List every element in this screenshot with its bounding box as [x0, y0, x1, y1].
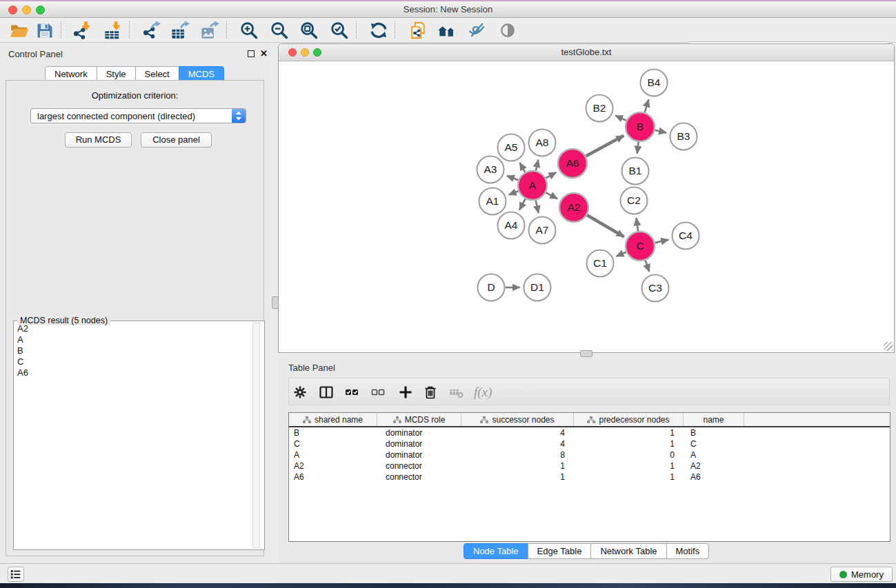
mcds-result-item[interactable]: A2: [14, 323, 253, 334]
network-close-button[interactable]: [288, 48, 297, 57]
run-mcds-button[interactable]: Run MCDS: [65, 132, 132, 148]
tab-node-table[interactable]: Node Table: [464, 543, 528, 559]
cell-shared-name[interactable]: A2: [289, 460, 377, 472]
mcds-result-item[interactable]: B: [14, 345, 253, 356]
import-network-icon[interactable]: [72, 21, 91, 40]
cell-shared-name[interactable]: A: [289, 449, 377, 460]
graph-node-C2[interactable]: C2: [621, 187, 648, 214]
graph-node-A[interactable]: A: [518, 171, 547, 200]
cell-shared-name[interactable]: A6: [289, 472, 377, 483]
graph-edge-A-A6[interactable]: [546, 172, 556, 178]
network-maximize-button[interactable]: [313, 48, 321, 57]
cell-name[interactable]: C: [684, 438, 744, 449]
cell-MCDS-role[interactable]: connector: [377, 472, 461, 483]
cell-predecessor-nodes[interactable]: 0: [574, 449, 684, 460]
column-header-MCDS-role[interactable]: MCDS role: [377, 413, 461, 426]
graph-edge-C-C3[interactable]: [645, 261, 649, 272]
cell-shared-name[interactable]: B: [289, 427, 377, 438]
close-panel-button[interactable]: Close panel: [141, 132, 212, 148]
graph-edge-A6-B[interactable]: [586, 136, 624, 156]
graph-edge-A-A7[interactable]: [536, 201, 539, 214]
graph-edge-A-A5[interactable]: [520, 163, 526, 172]
tab-edge-table[interactable]: Edge Table: [528, 543, 592, 559]
tab-network-table[interactable]: Network Table: [590, 543, 666, 559]
criterion-dropdown[interactable]: largest connected component (directed): [30, 108, 246, 123]
close-window-button[interactable]: [8, 6, 17, 14]
export-network-icon[interactable]: [141, 21, 161, 40]
mcds-result-item[interactable]: A6: [14, 367, 253, 378]
cell-shared-name[interactable]: C: [289, 438, 377, 449]
cell-name[interactable]: A6: [684, 472, 744, 483]
table-row[interactable]: Cdominator41C: [289, 438, 890, 449]
graph-node-B1[interactable]: B1: [622, 158, 649, 185]
open-session-icon[interactable]: [10, 21, 29, 40]
graph-node-A7[interactable]: A7: [529, 217, 556, 244]
cell-MCDS-role[interactable]: dominator: [377, 427, 461, 438]
graph-node-D1[interactable]: D1: [524, 274, 551, 301]
network-minimize-button[interactable]: [301, 48, 309, 57]
tab-motifs[interactable]: Motifs: [666, 543, 710, 559]
graph-edge-A2-C[interactable]: [587, 215, 624, 236]
column-header-shared-name[interactable]: shared name: [289, 413, 377, 426]
show-hide-columns-icon[interactable]: [318, 384, 335, 401]
cell-MCDS-role[interactable]: dominator: [377, 449, 461, 460]
cell-MCDS-role[interactable]: connector: [377, 460, 461, 472]
cell-successor-nodes[interactable]: 1: [461, 472, 574, 483]
graph-node-B[interactable]: B: [626, 112, 655, 141]
close-panel-icon[interactable]: ✕: [260, 50, 268, 58]
graph-node-D[interactable]: D: [478, 274, 505, 301]
first-neighbors-icon[interactable]: [437, 21, 457, 40]
network-canvas[interactable]: B4B2BB3A8A5A6A3B1AC2A1A2A4A7C4CC1C3DD1: [279, 61, 894, 352]
zoom-fit-content-icon[interactable]: [299, 21, 319, 40]
mcds-result-item[interactable]: C: [14, 356, 253, 367]
minimize-window-button[interactable]: [22, 6, 31, 14]
cell-name[interactable]: A: [684, 449, 744, 460]
table-row[interactable]: Bdominator41B: [289, 427, 890, 438]
select-all-columns-icon[interactable]: [344, 384, 360, 401]
import-table-icon[interactable]: [103, 21, 123, 40]
table-row[interactable]: Adominator80A: [289, 449, 890, 460]
save-session-icon[interactable]: [35, 21, 54, 40]
cell-predecessor-nodes[interactable]: 1: [574, 438, 684, 449]
column-header-predecessor-nodes[interactable]: predecessor nodes: [574, 413, 684, 426]
graph-node-A1[interactable]: A1: [479, 188, 506, 215]
show-all-eye-icon[interactable]: [498, 21, 517, 40]
graph-node-A2[interactable]: A2: [559, 193, 588, 222]
graph-node-C[interactable]: C: [626, 232, 655, 261]
export-table-icon[interactable]: [170, 21, 190, 40]
graph-edge-A-A4[interactable]: [519, 199, 526, 210]
window-resize-grip[interactable]: [884, 342, 893, 351]
cell-successor-nodes[interactable]: 1: [461, 460, 574, 472]
graph-node-A8[interactable]: A8: [529, 130, 556, 156]
task-history-button[interactable]: [8, 567, 24, 582]
graph-node-A6[interactable]: A6: [558, 149, 587, 178]
horizontal-splitter-grip[interactable]: [580, 350, 593, 357]
column-header-successor-nodes[interactable]: successor nodes: [461, 413, 574, 426]
graph-edge-A-A2[interactable]: [546, 192, 557, 199]
refresh-view-icon[interactable]: [369, 21, 388, 40]
graph-edge-B-B2[interactable]: [615, 116, 626, 121]
graph-edge-B-B3[interactable]: [655, 130, 666, 133]
cell-name[interactable]: A2: [684, 460, 744, 472]
graph-node-C1[interactable]: C1: [587, 250, 614, 277]
mcds-result-item[interactable]: A: [14, 334, 253, 345]
create-column-plus-icon[interactable]: [397, 384, 414, 401]
cell-predecessor-nodes[interactable]: 1: [574, 460, 684, 472]
cell-successor-nodes[interactable]: 4: [461, 438, 574, 449]
duplicate-network-icon[interactable]: [408, 21, 428, 40]
maximize-window-button[interactable]: [36, 6, 45, 14]
unselect-all-columns-icon[interactable]: [370, 384, 386, 401]
graph-edge-C-C4[interactable]: [655, 240, 668, 243]
delete-columns-trash-icon[interactable]: [422, 384, 439, 401]
table-row[interactable]: A6connector11A6: [289, 472, 890, 483]
cell-successor-nodes[interactable]: 8: [461, 449, 574, 460]
graph-edge-A-A8[interactable]: [536, 160, 539, 171]
cell-name[interactable]: B: [684, 427, 744, 438]
export-image-icon[interactable]: [200, 21, 219, 40]
graph-node-A4[interactable]: A4: [498, 212, 525, 239]
graph-edge-C-C2[interactable]: [636, 218, 638, 231]
graph-node-A3[interactable]: A3: [477, 156, 504, 183]
cell-predecessor-nodes[interactable]: 1: [574, 472, 684, 483]
hide-selected-icon[interactable]: [467, 21, 486, 40]
table-options-gear-icon[interactable]: [292, 384, 308, 401]
